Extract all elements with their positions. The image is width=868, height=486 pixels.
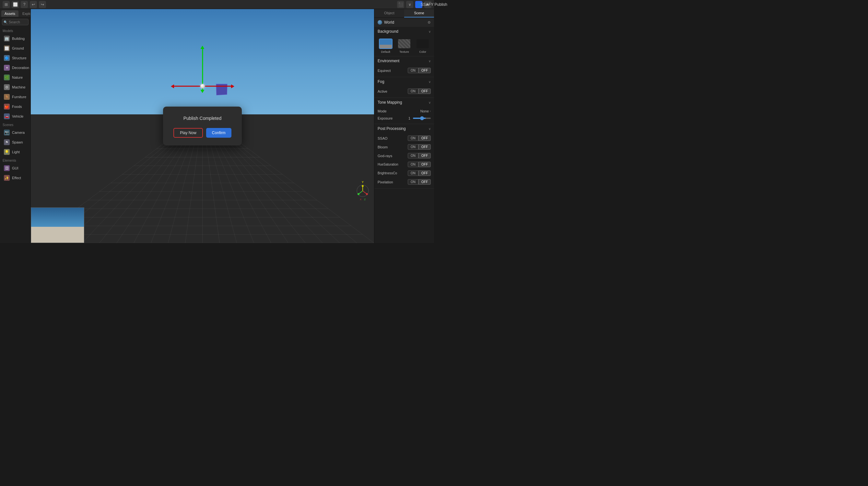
sidebar-item-foods[interactable]: 🍎 Foods — [1, 102, 29, 111]
tone-mapping-section-header[interactable]: Tone Mapping ∨ — [374, 98, 434, 107]
hue-saturation-row: HueSaturation ON OFF — [374, 160, 434, 169]
tab-assets[interactable]: Assets — [1, 10, 19, 17]
bloom-on-btn[interactable]: ON — [408, 144, 418, 150]
sidebar-item-decoration[interactable]: ✦ Decoration — [1, 63, 29, 72]
mode-value-text: None — [421, 109, 429, 113]
bloom-label: Bloom — [378, 145, 388, 149]
exposure-slider[interactable] — [413, 118, 431, 119]
effect-icon: ✨ — [4, 175, 10, 181]
tab-object[interactable]: Object — [374, 9, 404, 18]
viewport[interactable]: Y X Z — [31, 9, 374, 243]
left-sidebar: Assets Explorer Code 🔍 Models 🏢 Building… — [0, 9, 31, 243]
structure-label: Structure — [12, 56, 27, 60]
search-icon: 🔍 — [4, 21, 7, 24]
sidebar-item-effect[interactable]: ✨ Effect — [1, 173, 29, 183]
sidebar-item-vehicle[interactable]: 🚗 Vehicle — [1, 112, 29, 121]
pixelation-off-btn[interactable]: OFF — [418, 179, 431, 185]
structure-icon: 🔷 — [4, 55, 10, 61]
background-section: Background ∨ Default Texture — [374, 27, 434, 56]
world-header: World ⚙ — [374, 18, 434, 27]
sidebar-item-gui[interactable]: 🖼 GUI — [1, 164, 29, 173]
background-options: Default Texture Color — [374, 36, 434, 56]
sidebar-item-furniture[interactable]: 🪑 Furniture — [1, 92, 29, 101]
bg-color-thumb-container — [416, 38, 430, 49]
tone-mapping-title: Tone Mapping — [378, 100, 402, 105]
equirect-off-btn[interactable]: OFF — [418, 68, 431, 73]
dialog-buttons: Play Now Confirm — [174, 128, 231, 138]
bg-default-label: Default — [381, 50, 390, 54]
post-processing-title: Post Processing — [378, 126, 406, 131]
tab-scene[interactable]: Scene — [404, 9, 434, 18]
environment-section-header[interactable]: Environment ∨ — [374, 56, 434, 65]
equirect-label: Equirect — [378, 69, 391, 72]
ssao-on-btn[interactable]: ON — [408, 135, 418, 141]
machine-label: Machine — [12, 85, 26, 89]
confirm-button[interactable]: Confirm — [206, 128, 231, 138]
vehicle-icon: 🚗 — [4, 114, 10, 119]
sidebar-item-spawn[interactable]: ⚑ Spawn — [1, 138, 29, 147]
bg-option-color[interactable]: Color — [416, 38, 430, 54]
bg-option-default[interactable]: Default — [379, 38, 393, 54]
effect-label: Effect — [12, 176, 21, 180]
god-rays-row: God-rays ON OFF — [374, 151, 434, 160]
spawn-label: Spawn — [12, 140, 23, 144]
window-icon[interactable]: ⬜ — [12, 1, 19, 8]
hue-saturation-label: HueSaturation — [378, 163, 398, 166]
elements-section-header: Elements — [0, 157, 30, 163]
fog-section-header[interactable]: Fog ∨ — [374, 77, 434, 86]
sidebar-item-ground[interactable]: ⬜ Ground — [1, 44, 29, 53]
asset-tabs: Assets Explorer Code — [0, 9, 30, 17]
decoration-label: Decoration — [12, 66, 29, 70]
exposure-row: Exposure 1 — [374, 115, 434, 122]
god-rays-off-btn[interactable]: OFF — [418, 153, 431, 158]
gui-icon: 🖼 — [4, 165, 10, 171]
right-panel: Object Scene World ⚙ Background ∨ — [374, 9, 434, 243]
grid-icon[interactable]: ⊞ — [3, 1, 10, 8]
tab-explorer[interactable]: Explorer — [19, 10, 31, 17]
equirect-on-btn[interactable]: ON — [408, 68, 418, 73]
fog-active-label: Active — [378, 90, 387, 93]
hue-off-btn[interactable]: OFF — [418, 162, 431, 167]
pixelation-on-btn[interactable]: ON — [408, 179, 418, 185]
sidebar-item-machine[interactable]: ⚙ Machine — [1, 83, 29, 92]
redo-icon[interactable]: ↪ — [39, 1, 46, 8]
foods-label: Foods — [12, 105, 22, 108]
world-settings-icon[interactable]: ⚙ — [428, 21, 431, 25]
ssao-off-btn[interactable]: OFF — [418, 135, 431, 141]
sidebar-item-structure[interactable]: 🔷 Structure — [1, 54, 29, 63]
background-title: Background — [378, 29, 398, 34]
decoration-icon: ✦ — [4, 65, 10, 71]
god-rays-on-btn[interactable]: ON — [408, 153, 418, 158]
brightness-label: BrightnessCo — [378, 171, 397, 175]
tone-mapping-content: Mode None › Exposure 1 — [374, 107, 434, 124]
hue-on-btn[interactable]: ON — [408, 162, 418, 167]
sidebar-item-nature[interactable]: 🌿 Nature — [1, 73, 29, 82]
fog-on-btn[interactable]: ON — [408, 89, 418, 94]
sidebar-item-building[interactable]: 🏢 Building — [1, 34, 29, 43]
background-section-header[interactable]: Background ∨ — [374, 27, 434, 36]
play-now-button[interactable]: Play Now — [174, 128, 203, 138]
brightness-on-btn[interactable]: ON — [408, 170, 418, 176]
brightness-off-btn[interactable]: OFF — [418, 170, 431, 176]
sidebar-item-light[interactable]: 💡 Light — [1, 148, 29, 157]
mode-value[interactable]: None › — [421, 109, 431, 113]
bg-default-thumb — [379, 38, 393, 49]
fog-off-btn[interactable]: OFF — [418, 89, 431, 94]
light-icon: 💡 — [4, 149, 10, 155]
sidebar-item-camera[interactable]: 📷 Camera — [1, 128, 29, 137]
camera-label: Camera — [12, 131, 25, 134]
chevron-icon[interactable]: ∨ — [406, 1, 413, 8]
god-rays-toggle: ON OFF — [408, 153, 431, 158]
exposure-label: Exposure — [378, 116, 393, 120]
pixelation-toggle: ON OFF — [408, 179, 431, 185]
bg-option-texture[interactable]: Texture — [397, 38, 411, 54]
undo-icon[interactable]: ↩ — [30, 1, 37, 8]
monitor-icon[interactable]: ⬛ — [397, 1, 404, 8]
post-processing-section: Post Processing ∨ SSAO ON OFF Bloom ON — [374, 124, 434, 189]
scenes-section-header: Scenes — [0, 121, 30, 128]
bg-texture-preview — [398, 39, 410, 48]
fog-chevron-icon: ∨ — [429, 80, 431, 84]
question-icon[interactable]: ? — [21, 1, 28, 8]
post-processing-section-header[interactable]: Post Processing ∨ — [374, 124, 434, 133]
bloom-off-btn[interactable]: OFF — [418, 144, 431, 150]
